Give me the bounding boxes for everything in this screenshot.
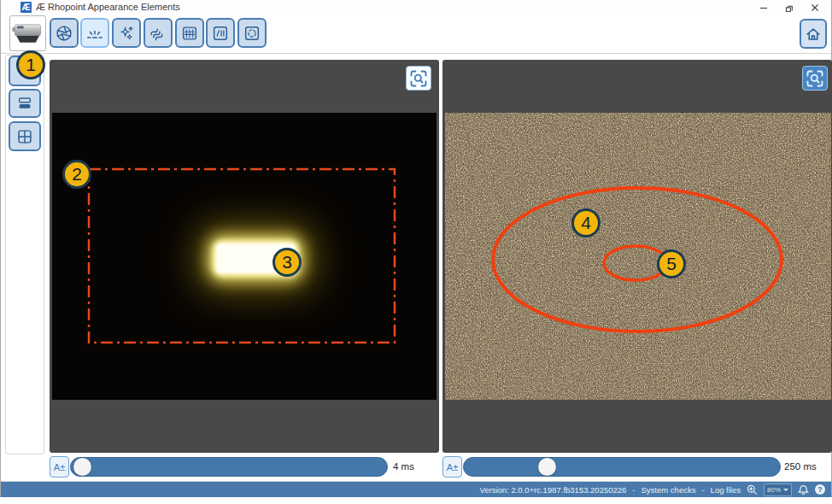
main-toolbar (1, 15, 831, 54)
view-sidebar (5, 55, 44, 454)
auto-exposure-button-right[interactable]: A± (442, 456, 462, 478)
exposure-slider-right[interactable] (463, 457, 781, 477)
status-bar: Version: 2.0.0+rc.1987.fb3153.20250226 -… (1, 481, 831, 497)
texture-waves-icon (149, 24, 167, 43)
annotation-badge-3: 3 (272, 248, 302, 277)
camera-panel-left (50, 60, 439, 453)
chevron-down-icon (783, 489, 788, 491)
instrument-photo-icon (10, 16, 45, 50)
halo-ring-tool-button[interactable] (237, 18, 267, 48)
slider-thumb-left[interactable] (73, 458, 91, 476)
camera-image-right (445, 113, 831, 400)
auto-exposure-button-left[interactable]: A± (50, 456, 69, 478)
mesh-grid-icon (180, 24, 199, 43)
doi-lines-tool-button[interactable] (206, 18, 235, 48)
slider-thumb-right[interactable] (538, 458, 556, 476)
sidebar-quad-view-button[interactable] (9, 121, 41, 151)
ui-zoom-dropdown[interactable]: 80% (764, 483, 792, 496)
sparkle-tool-button[interactable] (112, 18, 141, 48)
close-icon (811, 3, 819, 12)
restore-icon (785, 3, 794, 12)
direct-light-tool-button[interactable] (80, 18, 109, 48)
system-checks-link[interactable]: System checks (642, 485, 696, 495)
minimize-button[interactable] (751, 1, 776, 15)
texture-waves-tool-button[interactable] (144, 18, 173, 48)
camera-panel-right (442, 60, 832, 453)
zoom-plus-icon (747, 484, 758, 495)
titlebar: Æ Æ Rhopoint Appearance Elements (1, 0, 831, 15)
close-button[interactable] (802, 1, 828, 15)
annotation-badge-4: 4 (571, 208, 601, 237)
exposure-value-left: 4 ms (393, 461, 414, 472)
mesh-grid-tool-button[interactable] (175, 18, 204, 48)
version-label: Version: 2.0.0+rc.1987.fb3153.20250226 (479, 485, 626, 495)
log-files-link[interactable]: Log files (711, 485, 741, 495)
exposure-slider-left[interactable] (70, 457, 388, 477)
app-logo-icon: Æ (21, 2, 32, 13)
app-window: Æ Æ Rhopoint Appearance Elements (0, 0, 832, 497)
help-button[interactable]: ? (815, 484, 825, 495)
zoom-area-icon (408, 68, 429, 89)
sparkle-icon (117, 24, 136, 43)
roi-rectangle[interactable] (52, 113, 437, 400)
zoom-area-button-left[interactable] (406, 66, 431, 91)
aperture-icon (55, 24, 73, 43)
window-title: Æ Rhopoint Appearance Elements (36, 2, 180, 12)
sidebar-single-view-button[interactable] (9, 89, 41, 118)
aperture-tool-button[interactable] (50, 18, 79, 48)
home-icon (804, 25, 823, 44)
glitter-image (445, 113, 831, 400)
halo-ring-icon (243, 24, 261, 43)
exposure-value-right: 250 ms (784, 461, 817, 472)
minimize-icon (759, 3, 768, 12)
annotation-badge-5: 5 (657, 249, 686, 278)
instrument-device-button[interactable] (9, 15, 46, 51)
home-button[interactable] (800, 19, 827, 49)
direct-light-icon (85, 24, 104, 43)
camera-image-left (52, 113, 437, 400)
annotation-badge-2: 2 (62, 160, 91, 189)
bell-icon[interactable] (798, 484, 809, 495)
single-view-icon (15, 94, 34, 113)
zoom-area-icon (805, 68, 825, 89)
quad-view-icon (15, 127, 34, 146)
maximize-button[interactable] (776, 1, 802, 15)
annotation-badge-1: 1 (16, 50, 45, 79)
doi-lines-icon (211, 24, 230, 43)
zoom-area-button-right[interactable] (802, 66, 828, 91)
